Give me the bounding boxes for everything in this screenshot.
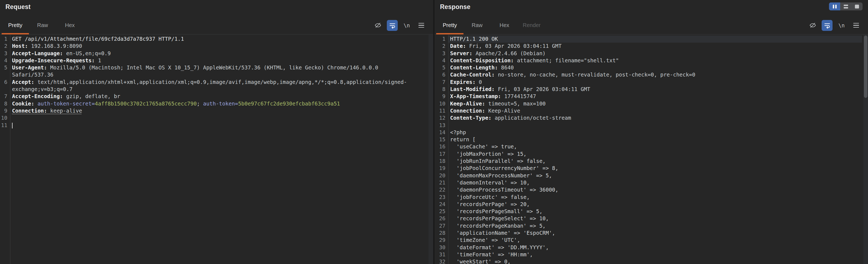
line-number: 27	[435, 222, 448, 230]
line-number: 4	[435, 57, 448, 64]
code-line[interactable]: 15return [	[435, 136, 868, 143]
layout-switch	[829, 2, 863, 10]
line-number: 17	[435, 151, 448, 158]
tab-raw[interactable]: Raw	[463, 17, 491, 34]
word-wrap-icon[interactable]	[387, 20, 398, 31]
code-line[interactable]: 7Accept-Encoding: gzip, deflate, br	[0, 93, 433, 100]
code-line[interactable]: 12Content-Type: application/octet-stream	[435, 114, 868, 122]
code-line[interactable]: 2Date: Fri, 03 Apr 2026 03:04:11 GMT	[435, 43, 868, 50]
code-line[interactable]: 23 'jobForceUtc' => false,	[435, 194, 868, 201]
line-text: 'recordsPerPageKanban' => 5,	[448, 222, 862, 230]
code-line[interactable]: 20 'daemonMaxProcessNumber' => 5,	[435, 172, 868, 179]
scrollbar-thumb[interactable]	[864, 35, 867, 98]
eye-off-icon[interactable]	[807, 20, 818, 31]
code-line[interactable]: 25 'recordsPerPageSmall' => 5,	[435, 208, 868, 215]
line-number: 7	[0, 93, 10, 100]
line-text: Server: Apache/2.4.66 (Debian)	[448, 50, 862, 57]
code-line[interactable]: 10Keep-Alive: timeout=5, max=100	[435, 100, 868, 107]
single-pane-layout-button[interactable]	[851, 2, 863, 10]
code-line[interactable]: 22 'daemonProcessTimeout' => 36000,	[435, 186, 868, 193]
tab-pretty[interactable]: Pretty	[2, 17, 29, 34]
line-text: return [	[448, 136, 862, 143]
tab-raw[interactable]: Raw	[29, 17, 56, 34]
code-line[interactable]: 4Upgrade-Insecure-Requests: 1	[0, 57, 433, 64]
code-line[interactable]: 21 'daemonInterval' => 10,	[435, 179, 868, 186]
line-text: X-App-Timestamp: 1774415747	[448, 93, 862, 100]
code-line[interactable]: 26 'recordsPerPageSelect' => 10,	[435, 215, 868, 222]
response-scrollbar[interactable]	[863, 35, 868, 264]
line-number: 14	[435, 129, 448, 136]
code-line[interactable]: 27 'recordsPerPageKanban' => 5,	[435, 222, 868, 230]
code-line[interactable]: 3Server: Apache/2.4.66 (Debian)	[435, 50, 868, 57]
line-number: 9	[0, 107, 10, 114]
code-line[interactable]: 4Content-Disposition: attachment; filena…	[435, 57, 868, 64]
line-text	[10, 114, 12, 122]
code-line[interactable]: 7Expires: 0	[435, 79, 868, 86]
line-number: 12	[435, 114, 448, 122]
code-line[interactable]: 5User-Agent: Mozilla/5.0 (Macintosh; Int…	[0, 64, 433, 79]
text-cursor	[12, 123, 12, 128]
request-editor[interactable]: 1GET /api/v1/Attachment/file/69cf2da3d7a…	[0, 35, 433, 264]
code-line[interactable]: 14<?php	[435, 129, 868, 136]
code-line[interactable]: 6Cache-Control: no-store, no-cache, must…	[435, 71, 868, 78]
response-title: Response	[435, 0, 868, 11]
code-line[interactable]: 13	[435, 122, 868, 129]
code-line[interactable]: 1GET /api/v1/Attachment/file/69cf2da3d7a…	[0, 35, 433, 43]
line-text: 'dateFormat' => 'DD.MM.YYYY',	[448, 244, 862, 251]
line-text: Accept-Encoding: gzip, deflate, br	[10, 93, 120, 100]
code-line[interactable]: 9Connection: keep-alive	[0, 107, 433, 114]
menu-icon[interactable]	[416, 20, 427, 31]
code-line[interactable]: 19 'jobPoolConcurrencyNumber' => 8,	[435, 165, 868, 172]
code-line[interactable]: 6Accept: text/html,application/xhtml+xml…	[0, 79, 433, 93]
line-text: Keep-Alive: timeout=5, max=100	[448, 100, 862, 107]
response-editor[interactable]: 1HTTP/1.1 200 OK2Date: Fri, 03 Apr 2026 …	[435, 35, 868, 264]
rows-layout-button[interactable]	[840, 2, 851, 10]
code-line[interactable]: 2Host: 192.168.3.9:8090	[0, 43, 433, 50]
newline-icon[interactable]: \n	[836, 20, 847, 31]
line-text: 'recordsPerPageSmall' => 5,	[448, 208, 862, 215]
line-text: <?php	[448, 129, 862, 136]
line-number: 10	[435, 100, 448, 107]
code-line[interactable]: 8Last-Modified: Fri, 03 Apr 2026 03:04:1…	[435, 86, 868, 93]
line-number: 10	[0, 114, 10, 122]
menu-icon[interactable]	[850, 20, 862, 31]
line-text: Connection: keep-alive	[10, 107, 82, 114]
code-line[interactable]: 29 'timeZone' => 'UTC',	[435, 237, 868, 244]
tab-pretty[interactable]: Pretty	[436, 17, 463, 34]
code-line[interactable]: 1HTTP/1.1 200 OK	[435, 35, 868, 43]
newline-icon[interactable]: \n	[401, 20, 412, 31]
code-line[interactable]: 30 'dateFormat' => 'DD.MM.YYYY',	[435, 244, 868, 251]
code-line[interactable]: 3Accept-Language: en-US,en;q=0.9	[0, 50, 433, 57]
code-line[interactable]: 18 'jobRunInParallel' => false,	[435, 158, 868, 165]
code-line[interactable]: 9X-App-Timestamp: 1774415747	[435, 93, 868, 100]
code-line[interactable]: 32 'weekStart' => 0,	[435, 258, 868, 264]
line-text: Cookie: auth-token-secret=4aff8b1500c370…	[10, 100, 340, 107]
code-line[interactable]: 10	[0, 114, 433, 122]
line-text: 'timeFormat' => 'HH:mm',	[448, 251, 862, 258]
code-line[interactable]: 11	[0, 122, 433, 129]
word-wrap-icon[interactable]	[822, 20, 833, 31]
line-number: 30	[435, 244, 448, 251]
line-number: 7	[435, 79, 448, 86]
tab-hex[interactable]: Hex	[491, 17, 518, 34]
line-number: 19	[435, 165, 448, 172]
tab-hex[interactable]: Hex	[56, 17, 84, 34]
code-line[interactable]: 31 'timeFormat' => 'HH:mm',	[435, 251, 868, 258]
code-line[interactable]: 16 'useCache' => true,	[435, 143, 868, 150]
code-line[interactable]: 5Content-Length: 8640	[435, 64, 868, 71]
response-header: Response	[435, 0, 868, 17]
request-toolbar: \n	[372, 20, 427, 31]
code-line[interactable]: 17 'jobMaxPortion' => 15,	[435, 151, 868, 158]
line-number: 8	[435, 86, 448, 93]
code-line[interactable]: 28 'applicationName' => 'EspoCRM',	[435, 230, 868, 237]
line-text: Upgrade-Insecure-Requests: 1	[10, 57, 101, 64]
code-line[interactable]: 8Cookie: auth-token-secret=4aff8b1500c37…	[0, 100, 433, 107]
code-line[interactable]: 24 'recordsPerPage' => 20,	[435, 201, 868, 208]
line-number: 2	[435, 43, 448, 50]
code-line[interactable]: 11Connection: Keep-Alive	[435, 107, 868, 114]
eye-off-icon[interactable]	[372, 20, 383, 31]
line-text: Content-Length: 8640	[448, 64, 862, 71]
columns-layout-button[interactable]	[829, 2, 840, 10]
line-text: Date: Fri, 03 Apr 2026 03:04:11 GMT	[448, 43, 862, 50]
request-scrollbar[interactable]	[429, 35, 433, 264]
